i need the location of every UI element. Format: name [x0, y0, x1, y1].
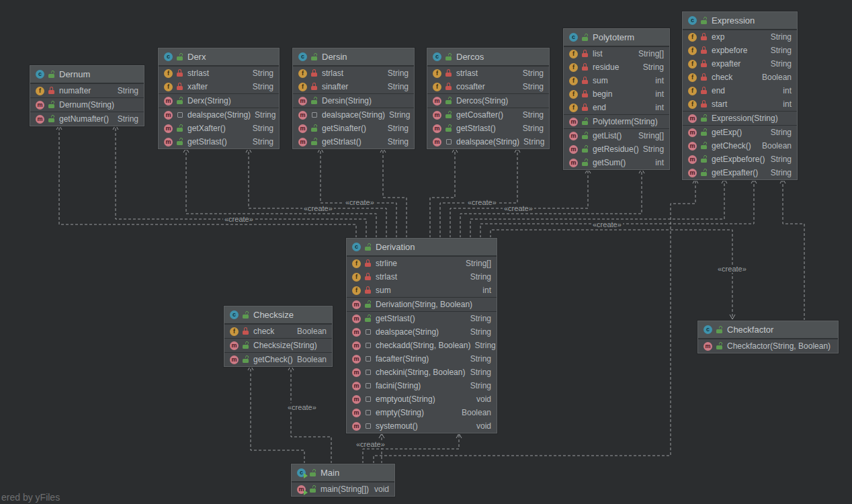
member-type: void	[374, 485, 389, 494]
method-icon: m	[569, 159, 578, 167]
member-row[interactable]: mgetXafter()String	[159, 122, 279, 135]
member-row[interactable]: fsinafterString	[293, 80, 414, 93]
member-type: String	[771, 155, 792, 164]
member-row[interactable]: mdealspace(String)String	[427, 135, 549, 149]
member-name: strlast	[376, 272, 397, 282]
member-row[interactable]: msystemout()void	[347, 419, 497, 433]
member-row[interactable]: mgetExpbefore()String	[683, 153, 797, 166]
member-name: sinafter	[322, 82, 348, 91]
member-name: strlast	[456, 69, 478, 78]
create-edge-derivation-to-checkfactor	[491, 230, 732, 319]
member-row[interactable]: fxafterString	[159, 80, 279, 93]
member-row[interactable]: fexpafterString	[683, 57, 797, 71]
member-row[interactable]: fendint	[564, 101, 669, 114]
member-row[interactable]: fstartint	[683, 97, 797, 111]
member-row[interactable]: mfacafter(String)String	[347, 352, 497, 366]
member-row[interactable]: fstrlastString	[347, 270, 497, 284]
member-row[interactable]: mfacini(String)String	[347, 379, 497, 392]
member-row[interactable]: mgetCosafter()String	[427, 108, 549, 122]
member-row[interactable]: memptyout(String)void	[347, 392, 497, 406]
class-node-derivation[interactable]: cDerivationfstrlineString[]fstrlastStrin…	[346, 238, 497, 433]
class-icon: c	[36, 70, 44, 79]
member-row[interactable]: fstrlastString	[293, 67, 414, 80]
member-name: Dernum(String)	[59, 100, 114, 110]
member-row[interactable]: mcheckini(String, Boolean)String	[347, 366, 497, 379]
class-node-dernum[interactable]: cDernumfnumafterStringmDernum(String)mge…	[30, 65, 144, 126]
member-row[interactable]: mmain(String[])void	[292, 482, 394, 496]
member-row[interactable]: fbeginint	[564, 87, 669, 101]
member-group: flistString[]fresidueStringfsumintfbegin…	[564, 46, 669, 114]
member-row[interactable]: fstrlineString[]	[347, 257, 497, 270]
member-row[interactable]: mgetStrlast()String	[159, 135, 279, 149]
method-icon: m	[352, 300, 361, 309]
member-row[interactable]: mgetNumafter()String	[30, 112, 144, 126]
member-row[interactable]: mExpression(String)	[683, 112, 797, 125]
member-row[interactable]: fresidueString	[564, 60, 669, 74]
member-row[interactable]: mgetSum()int	[564, 156, 669, 169]
private-lock-icon	[701, 87, 708, 95]
class-header[interactable]: cChecksize	[224, 306, 332, 324]
method-icon: m	[352, 382, 361, 390]
class-header[interactable]: cDersin	[293, 48, 414, 66]
class-header[interactable]: cDerivation	[347, 239, 497, 256]
class-node-checkfactor[interactable]: cCheckfactormCheckfactor(String, Boolean…	[697, 321, 839, 353]
member-name: Derx(String)	[187, 96, 231, 106]
member-row[interactable]: mDernum(String)	[30, 98, 144, 112]
member-group: mExpression(String)	[683, 111, 797, 125]
member-row[interactable]: mdealspace(String)String	[347, 325, 497, 339]
class-node-dersin[interactable]: cDersinfstrlastStringfsinafterStringmDer…	[292, 48, 415, 149]
member-row[interactable]: fstrlastString	[159, 67, 279, 80]
class-node-dercos[interactable]: cDercosfstrlastStringfcosafterStringmDer…	[427, 48, 550, 149]
member-row[interactable]: mdealspace(String)String	[293, 108, 414, 122]
member-row[interactable]: mChecksize(String)	[224, 339, 332, 352]
class-node-main[interactable]: cMainmmain(String[])void	[291, 464, 395, 497]
member-row[interactable]: mgetExp()String	[683, 126, 797, 139]
class-header[interactable]: cExpression	[683, 12, 797, 30]
member-row[interactable]: fexpbeforeString	[683, 44, 797, 57]
member-row[interactable]: fexpString	[683, 30, 797, 44]
member-row[interactable]: mgetSinafter()String	[293, 122, 414, 135]
class-node-checksize[interactable]: cChecksizefcheckBooleanmChecksize(String…	[224, 306, 333, 367]
member-row[interactable]: fsumint	[347, 284, 497, 297]
member-row[interactable]: fnumafterString	[30, 84, 144, 97]
member-row[interactable]: mDersin(String)	[293, 94, 414, 108]
member-row[interactable]: mgetCheck()Boolean	[224, 353, 332, 366]
member-row[interactable]: mgetStrlast()String	[427, 122, 549, 135]
class-header[interactable]: cDernum	[30, 66, 144, 83]
field-icon: f	[569, 63, 578, 72]
member-row[interactable]: flistString[]	[564, 47, 669, 60]
member-row[interactable]: fendint	[683, 84, 797, 97]
class-header[interactable]: cMain	[292, 464, 394, 482]
member-row[interactable]: mgetList()String[]	[564, 129, 669, 142]
member-row[interactable]: mDerx(String)	[159, 94, 279, 108]
class-node-polytoterm[interactable]: cPolytotermflistString[]fresidueStringfs…	[563, 28, 670, 170]
class-node-derx[interactable]: cDerxfstrlastStringfxafterStringmDerx(St…	[158, 48, 280, 149]
member-row[interactable]: fcheckBoolean	[224, 325, 332, 338]
class-header[interactable]: cDerx	[159, 48, 279, 66]
member-row[interactable]: mCheckfactor(String, Boolean)	[698, 339, 838, 353]
class-node-expression[interactable]: cExpressionfexpStringfexpbeforeStringfex…	[682, 11, 798, 180]
member-row[interactable]: fcosafterString	[427, 80, 549, 93]
member-row[interactable]: mPolytoterm(String)	[564, 115, 669, 128]
class-header[interactable]: cPolytoterm	[564, 29, 669, 46]
member-row[interactable]: mgetStrlast()String	[293, 135, 414, 149]
member-group: mgetNumafter()String	[30, 112, 144, 126]
member-row[interactable]: mgetCheck()Boolean	[683, 139, 797, 153]
class-icon: c	[298, 52, 307, 61]
member-row[interactable]: fsumint	[564, 74, 669, 87]
member-row[interactable]: mgetExpafter()String	[683, 166, 797, 179]
member-row[interactable]: mempty(String)Boolean	[347, 406, 497, 419]
member-row[interactable]: mDerivation(String, Boolean)	[347, 298, 497, 311]
member-row[interactable]: fstrlastString	[427, 67, 549, 80]
class-header[interactable]: cCheckfactor	[698, 321, 838, 339]
member-row[interactable]: mgetResidue()String	[564, 142, 669, 156]
method-icon: m	[298, 111, 307, 120]
member-row[interactable]: mdealspace(String)String	[159, 108, 279, 122]
member-row[interactable]: mcheckadd(String, Boolean)String	[347, 339, 497, 352]
member-row[interactable]: mgetStrlast()String	[347, 312, 497, 325]
method-icon: m	[688, 155, 697, 164]
member-group: fstrlastStringfcosafterString	[427, 66, 549, 93]
member-row[interactable]: fcheckBoolean	[683, 71, 797, 84]
class-header[interactable]: cDercos	[427, 48, 549, 66]
member-row[interactable]: mDercos(String)	[427, 94, 549, 108]
